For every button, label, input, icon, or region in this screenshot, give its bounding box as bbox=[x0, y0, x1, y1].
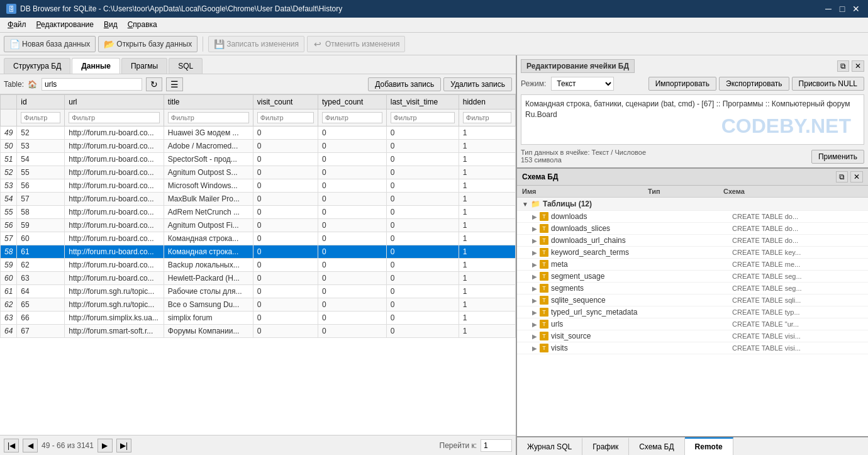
table-row[interactable]: 5558http://forum.ru-board.co...AdRem Net… bbox=[1, 206, 516, 219]
open-db-button[interactable]: 📂 Открыть базу данных bbox=[98, 36, 198, 52]
table-row[interactable]: 6265http://forum.sgh.ru/topic...Все о Sa… bbox=[1, 298, 516, 312]
col-title[interactable]: title bbox=[164, 95, 253, 110]
expand-icon: ▼ bbox=[522, 201, 528, 208]
last-page-button[interactable]: ▶| bbox=[116, 439, 131, 452]
bottom-tab-remote[interactable]: Remote bbox=[685, 437, 733, 455]
tab-sql[interactable]: SQL bbox=[169, 58, 203, 74]
apply-button[interactable]: Применить bbox=[811, 150, 864, 164]
cell-content[interactable]: Командная строка, батники, сценарии (bat… bbox=[521, 94, 864, 145]
header-row: id url title visit_count typed_count las… bbox=[1, 95, 516, 110]
schema-item-name: segment_usage bbox=[551, 272, 657, 281]
filter-title-input[interactable] bbox=[168, 112, 249, 123]
schema-item[interactable]: ▶ T downloads_slices CREATE TABLE do... bbox=[517, 223, 868, 235]
goto-input[interactable] bbox=[481, 439, 512, 452]
schema-item[interactable]: ▶ T visits CREATE TABLE visi... bbox=[517, 342, 868, 354]
bottom-tab-schema[interactable]: Схема БД bbox=[629, 437, 684, 455]
data-cell: http://forum.ru-board.co... bbox=[65, 153, 164, 166]
schema-item[interactable]: ▶ T urls CREATE TABLE "ur... bbox=[517, 318, 868, 330]
cell-editor-close-button[interactable]: ✕ bbox=[852, 60, 864, 72]
table-select[interactable]: urls bbox=[42, 78, 142, 91]
table-row[interactable]: 6063http://forum.ru-board.co...Hewlett-P… bbox=[1, 272, 516, 285]
table-row[interactable]: 5255http://forum.ru-board.co...Agnitum O… bbox=[1, 166, 516, 179]
schema-item[interactable]: ▶ T meta CREATE TABLE me... bbox=[517, 259, 868, 271]
schema-item[interactable]: ▶ T typed_url_sync_metadata CREATE TABLE… bbox=[517, 306, 868, 318]
next-page-button[interactable]: ▶ bbox=[97, 439, 113, 452]
col-id[interactable]: id bbox=[17, 95, 65, 110]
row-num-cell: 52 bbox=[1, 166, 17, 179]
col-url[interactable]: url bbox=[65, 95, 164, 110]
table-row[interactable]: 5861http://forum.ru-board.co...Командная… bbox=[1, 245, 516, 259]
data-cell: 0 bbox=[253, 272, 318, 285]
col-visit-count[interactable]: visit_count bbox=[253, 95, 318, 110]
schema-item[interactable]: ▶ T sqlite_sequence CREATE TABLE sqli... bbox=[517, 295, 868, 306]
col-hidden[interactable]: hidden bbox=[459, 95, 515, 110]
schema-float-button[interactable]: ⧉ bbox=[836, 171, 848, 183]
filter-visit-input[interactable] bbox=[257, 112, 314, 123]
schema-item[interactable]: ▶ T visit_source CREATE TABLE visi... bbox=[517, 330, 868, 342]
tab-structure[interactable]: Структура БД bbox=[4, 58, 70, 74]
menu-edit[interactable]: Редактирование bbox=[31, 19, 99, 31]
schema-tree[interactable]: ▼ 📁 Таблицы (12) ▶ T downloads CREATE TA… bbox=[517, 198, 868, 436]
table-row[interactable]: 6366http://forum.simplix.ks.ua...simplix… bbox=[1, 312, 516, 325]
import-button[interactable]: Импортировать bbox=[648, 77, 716, 91]
schema-item[interactable]: ▶ T downloads_url_chains CREATE TABLE do… bbox=[517, 235, 868, 247]
table-row[interactable]: 5659http://forum.ru-board.co...Agnitum O… bbox=[1, 219, 516, 232]
data-cell: 59 bbox=[17, 219, 65, 232]
bottom-tab-sql-log[interactable]: Журнал SQL bbox=[517, 437, 582, 455]
menu-help[interactable]: Справка bbox=[123, 19, 162, 31]
cancel-label: Отменить изменения bbox=[325, 40, 399, 48]
refresh-button[interactable]: ↻ bbox=[146, 77, 162, 91]
schema-group-tables-header[interactable]: ▼ 📁 Таблицы (12) bbox=[517, 198, 868, 211]
row-num-cell: 62 bbox=[1, 298, 17, 312]
table-row[interactable]: 4952http://forum.ru-board.co...Huawei 3G… bbox=[1, 126, 516, 140]
cell-editor-float-button[interactable]: ⧉ bbox=[837, 60, 849, 72]
data-cell: 0 bbox=[318, 325, 386, 338]
table-row[interactable]: 5760http://forum.ru-board.co...Командная… bbox=[1, 232, 516, 245]
table-row[interactable]: 5457http://forum.ru-board.co...MaxBulk M… bbox=[1, 193, 516, 206]
mode-select[interactable]: Текст Число Дата HTML XML JSON bbox=[551, 77, 614, 91]
data-cell: http://forum.ru-board.co... bbox=[65, 166, 164, 179]
first-page-button[interactable]: |◀ bbox=[4, 439, 19, 452]
col-typed-count[interactable]: typed_count bbox=[318, 95, 386, 110]
filter-button[interactable]: ☰ bbox=[166, 77, 183, 91]
bottom-tab-chart[interactable]: График bbox=[582, 437, 629, 455]
filter-typed bbox=[318, 110, 386, 126]
schema-item-expand-icon: ▶ bbox=[532, 309, 537, 316]
filter-typed-input[interactable] bbox=[322, 112, 382, 123]
null-button[interactable]: Присвоить NULL bbox=[792, 77, 864, 91]
export-button[interactable]: Экспортировать bbox=[719, 77, 789, 91]
table-row[interactable]: 6467http://forum.smart-soft.r...Форумы К… bbox=[1, 325, 516, 338]
filter-id-input[interactable] bbox=[21, 112, 60, 123]
prev-page-button[interactable]: ◀ bbox=[23, 439, 38, 452]
filter-hidden-input[interactable] bbox=[463, 112, 511, 123]
schema-item[interactable]: ▶ T downloads CREATE TABLE do... bbox=[517, 211, 868, 223]
table-row[interactable]: 6164http://forum.sgh.ru/topic...Рабочие … bbox=[1, 285, 516, 298]
menu-file[interactable]: Файл bbox=[3, 19, 31, 31]
tab-data[interactable]: Данные bbox=[72, 58, 120, 74]
schema-close-button[interactable]: ✕ bbox=[850, 171, 863, 183]
table-row[interactable]: 5053http://forum.ru-board.co...Adobe / M… bbox=[1, 140, 516, 153]
tab-pragmas[interactable]: Прагмы bbox=[121, 58, 167, 74]
filter-last-input[interactable] bbox=[391, 112, 455, 123]
data-table-container[interactable]: id url title visit_count typed_count las… bbox=[0, 94, 516, 435]
data-cell: 1 bbox=[459, 179, 515, 193]
schema-item-sql: CREATE TABLE typ... bbox=[732, 308, 863, 316]
table-row[interactable]: 5962http://forum.ru-board.co...Backup ло… bbox=[1, 259, 516, 272]
menu-view[interactable]: Вид bbox=[99, 19, 123, 31]
table-row[interactable]: 5356http://forum.ru-board.co...Microsoft… bbox=[1, 179, 516, 193]
schema-item[interactable]: ▶ T keyword_search_terms CREATE TABLE ke… bbox=[517, 247, 868, 259]
save-button[interactable]: 💾 Записать изменения bbox=[208, 36, 304, 52]
close-button[interactable]: ✕ bbox=[850, 3, 862, 14]
minimize-button[interactable]: ─ bbox=[823, 3, 834, 14]
table-row[interactable]: 5154http://forum.ru-board.co...SpectorSo… bbox=[1, 153, 516, 166]
add-record-button[interactable]: Добавить запись bbox=[368, 77, 441, 91]
delete-record-button[interactable]: Удалить запись bbox=[443, 77, 512, 91]
schema-item-sql: CREATE TABLE do... bbox=[732, 225, 863, 232]
col-last-visit[interactable]: last_visit_time bbox=[386, 95, 459, 110]
cancel-button[interactable]: ↩ Отменить изменения bbox=[307, 36, 405, 52]
schema-item[interactable]: ▶ T segments CREATE TABLE seg... bbox=[517, 283, 868, 295]
filter-url-input[interactable] bbox=[69, 112, 160, 123]
maximize-button[interactable]: □ bbox=[837, 3, 848, 14]
new-db-button[interactable]: 📄 Новая база данных bbox=[4, 36, 96, 52]
schema-item[interactable]: ▶ T segment_usage CREATE TABLE seg... bbox=[517, 271, 868, 283]
